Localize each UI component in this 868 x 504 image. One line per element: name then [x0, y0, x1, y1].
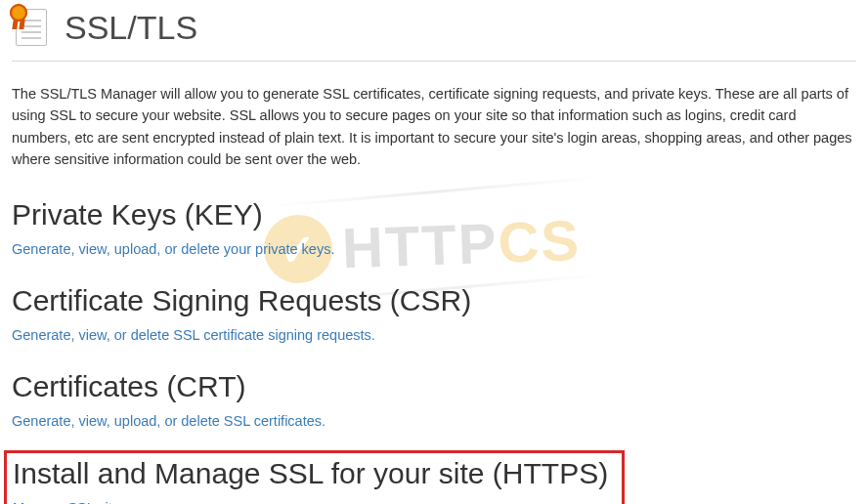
section-private-keys: Private Keys (KEY) Generate, view, uploa… [12, 198, 856, 257]
link-certificates[interactable]: Generate, view, upload, or delete SSL ce… [12, 413, 856, 429]
heading-private-keys: Private Keys (KEY) [12, 198, 856, 231]
heading-install-ssl: Install and Manage SSL for your site (HT… [13, 457, 616, 490]
section-certificates: Certificates (CRT) Generate, view, uploa… [12, 370, 856, 429]
ssl-certificate-icon [12, 8, 51, 47]
link-csr[interactable]: Generate, view, or delete SSL certificat… [12, 327, 856, 343]
link-private-keys[interactable]: Generate, view, upload, or delete your p… [12, 241, 856, 257]
section-csr: Certificate Signing Requests (CSR) Gener… [12, 284, 856, 343]
heading-csr: Certificate Signing Requests (CSR) [12, 284, 856, 317]
link-manage-ssl-sites[interactable]: Manage SSL sites. [13, 500, 616, 504]
intro-text: The SSL/TLS Manager will allow you to ge… [12, 83, 856, 171]
page-header: SSL/TLS [12, 0, 856, 62]
section-install-ssl-highlighted: Install and Manage SSL for your site (HT… [4, 450, 625, 504]
page-title: SSL/TLS [65, 9, 197, 47]
heading-certificates: Certificates (CRT) [12, 370, 856, 403]
